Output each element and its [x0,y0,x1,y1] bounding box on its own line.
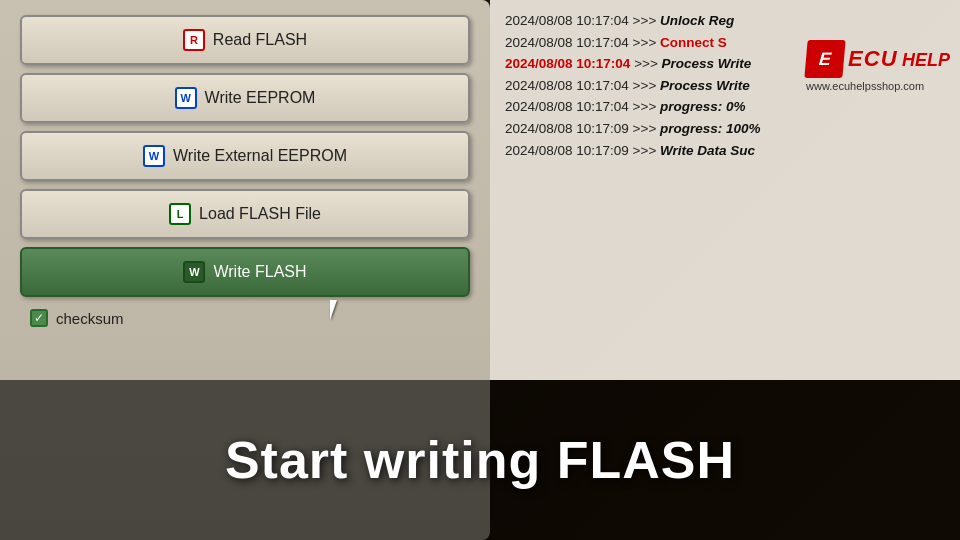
checksum-checkbox[interactable]: ✓ [30,309,48,327]
ecu-brand: ECU [848,46,897,71]
watermark-url: www.ecuhelpsshop.com [806,80,950,92]
log-message-2: Connect S [660,35,727,50]
main-title: Start writing FLASH [225,430,735,490]
read-flash-button[interactable]: R Read FLASH [20,15,470,65]
write-eeprom-button[interactable]: W Write EEPROM [20,73,470,123]
bottom-overlay: Start writing FLASH [0,380,960,540]
load-flash-file-button[interactable]: L Load FLASH File [20,189,470,239]
watermark: E ECU HELP www.ecuhelpsshop.com [806,40,950,92]
log-timestamp-7: 2024/08/08 10:17:09 >>> [505,143,660,158]
read-flash-label: Read FLASH [213,31,307,49]
read-flash-icon: R [183,29,205,51]
watermark-brand-text: ECU HELP [848,46,950,72]
log-timestamp-6: 2024/08/08 10:17:09 >>> [505,121,660,136]
checksum-row: ✓ checksum [20,309,470,327]
log-timestamp-1: 2024/08/08 10:17:04 >>> [505,13,660,28]
write-external-eeprom-button[interactable]: W Write External EEPROM [20,131,470,181]
log-message-3: Process Write [662,56,752,71]
log-message-5: progress: 0% [660,99,746,114]
load-flash-file-icon: L [169,203,191,225]
log-entry-5: 2024/08/08 10:17:04 >>> progress: 0% [505,96,945,118]
write-flash-icon: W [183,261,205,283]
checksum-label: checksum [56,310,124,327]
write-external-eeprom-icon: W [143,145,165,167]
log-timestamp-2: 2024/08/08 10:17:04 >>> [505,35,660,50]
log-timestamp-3: 2024/08/08 10:17:04 [505,56,630,71]
log-sep-3: >>> [634,56,661,71]
log-message-6: progress: 100% [660,121,761,136]
log-timestamp-5: 2024/08/08 10:17:04 >>> [505,99,660,114]
log-message-1: Unlock Reg [660,13,734,28]
ecu-help: HELP [902,50,950,70]
write-eeprom-icon: W [175,87,197,109]
log-entry-1: 2024/08/08 10:17:04 >>> Unlock Reg [505,10,945,32]
log-message-7: Write Data Suc [660,143,755,158]
write-eeprom-label: Write EEPROM [205,89,316,107]
log-timestamp-4: 2024/08/08 10:17:04 >>> [505,78,660,93]
log-entry-6: 2024/08/08 10:17:09 >>> progress: 100% [505,118,945,140]
write-flash-label: Write FLASH [213,263,306,281]
write-flash-button[interactable]: W Write FLASH [20,247,470,297]
log-entry-7: 2024/08/08 10:17:09 >>> Write Data Suc [505,140,945,162]
watermark-logo: E ECU HELP [806,40,950,78]
log-message-4: Process Write [660,78,750,93]
load-flash-file-label: Load FLASH File [199,205,321,223]
write-external-eeprom-label: Write External EEPROM [173,147,347,165]
ecu-icon: E [804,40,845,78]
